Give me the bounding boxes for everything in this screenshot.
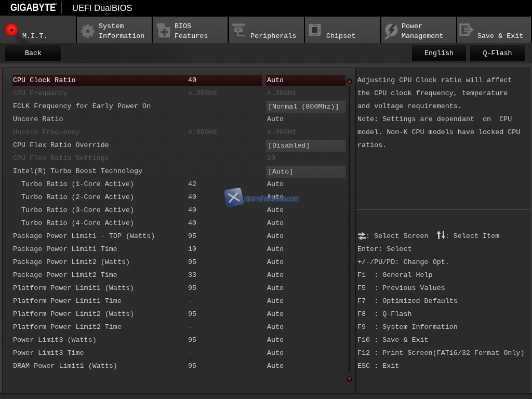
svg-text:UEFI DualBIOS: UEFI DualBIOS [72,3,132,12]
svg-text:GIGABYTE: GIGABYTE [10,2,56,13]
svg-text:xtremehardware.com: xtremehardware.com [244,194,299,203]
svg-text:™: ™ [53,3,57,7]
